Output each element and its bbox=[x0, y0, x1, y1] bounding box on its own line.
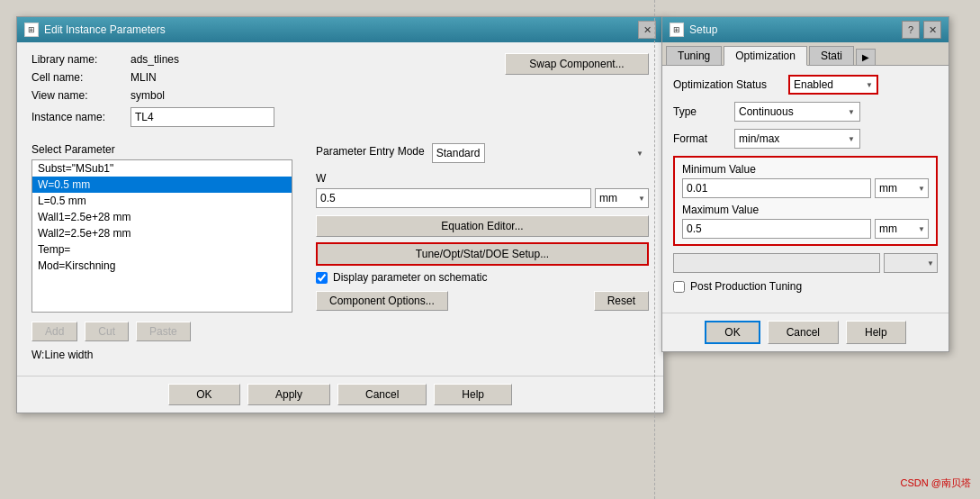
max-unit-wrapper: mm bbox=[875, 219, 929, 239]
reset-button[interactable]: Reset bbox=[594, 291, 649, 311]
tab-stati[interactable]: Stati bbox=[809, 46, 854, 65]
type-row: Type Continuous bbox=[673, 102, 938, 122]
setup-title: Setup bbox=[689, 23, 717, 36]
swap-component-button[interactable]: Swap Component... bbox=[505, 53, 649, 75]
edit-dialog-icon: ⊞ bbox=[24, 23, 39, 37]
post-prod-row: Post Production Tuning bbox=[673, 280, 938, 293]
param-value-row: mm bbox=[316, 188, 649, 208]
post-prod-label: Post Production Tuning bbox=[690, 280, 802, 293]
setup-cancel-button[interactable]: Cancel bbox=[768, 321, 839, 344]
cancel-button[interactable]: Cancel bbox=[337, 384, 427, 405]
setup-dialog: ⊞ Setup ? ✕ Tuning Optimization Stati ▶ … bbox=[661, 16, 949, 352]
view-label: View name: bbox=[31, 89, 130, 102]
display-checkbox-row: Display parameter on schematic bbox=[316, 271, 649, 284]
setup-close-button[interactable]: ✕ bbox=[923, 21, 941, 39]
cell-row: Cell name: MLIN bbox=[31, 71, 274, 84]
list-item[interactable]: Temp= bbox=[32, 241, 292, 258]
library-row: Library name: ads_tlines bbox=[31, 53, 274, 66]
cell-value: MLIN bbox=[130, 71, 157, 84]
type-select[interactable]: Continuous bbox=[734, 102, 860, 122]
paste-button[interactable]: Paste bbox=[136, 322, 191, 341]
watermark: CSDN @南贝塔 bbox=[901, 476, 971, 490]
cell-label: Cell name: bbox=[31, 71, 130, 84]
list-item[interactable]: Mod=Kirschning bbox=[32, 258, 292, 274]
library-label: Library name: bbox=[31, 53, 130, 66]
edit-instance-dialog: ⊞ Edit Instance Parameters ✕ Library nam… bbox=[16, 16, 664, 413]
setup-bottom-buttons: OK Cancel Help bbox=[662, 313, 949, 351]
post-prod-checkbox[interactable] bbox=[673, 281, 685, 293]
setup-help-button[interactable]: ? bbox=[902, 21, 920, 39]
setup-titlebar: ⊞ Setup ? ✕ bbox=[662, 17, 949, 42]
step-unit-wrapper bbox=[884, 253, 938, 273]
unit-wrapper: mm bbox=[595, 188, 649, 208]
vertical-divider bbox=[654, 0, 655, 499]
setup-ok-button[interactable]: OK bbox=[705, 321, 760, 344]
max-value-label: Maximum Value bbox=[682, 204, 929, 216]
setup-icon: ⊞ bbox=[670, 23, 684, 37]
tab-scroll-arrow[interactable]: ▶ bbox=[856, 49, 876, 65]
max-value-row: mm bbox=[682, 219, 929, 239]
cut-button[interactable]: Cut bbox=[85, 322, 129, 341]
help-button[interactable]: Help bbox=[434, 384, 512, 405]
tab-optimization[interactable]: Optimization bbox=[724, 46, 807, 66]
step-row bbox=[673, 253, 938, 273]
opt-status-select-wrapper: Enabled Disabled bbox=[788, 75, 878, 95]
setup-tabs: Tuning Optimization Stati ▶ bbox=[662, 42, 949, 66]
add-button[interactable]: Add bbox=[31, 322, 77, 341]
edit-dialog-titlebar: ⊞ Edit Instance Parameters ✕ bbox=[17, 17, 663, 42]
type-label: Type bbox=[673, 105, 727, 118]
format-select-wrapper: min/max bbox=[734, 129, 860, 149]
apply-button[interactable]: Apply bbox=[247, 384, 330, 405]
equation-editor-button[interactable]: Equation Editor... bbox=[316, 215, 649, 237]
step-unit-select[interactable] bbox=[884, 253, 938, 273]
entry-mode-select[interactable]: Standard bbox=[432, 143, 485, 163]
max-unit-select[interactable]: mm bbox=[875, 219, 929, 239]
display-checkbox[interactable] bbox=[316, 272, 328, 284]
setup-body: Optimization Status Enabled Disabled Typ… bbox=[662, 66, 949, 313]
max-value-input[interactable] bbox=[682, 219, 871, 239]
library-info: Library name: ads_tlines Cell name: MLIN… bbox=[31, 53, 274, 132]
list-item[interactable]: W=0.5 mm bbox=[32, 177, 292, 193]
min-value-input[interactable] bbox=[682, 178, 871, 198]
type-select-wrapper: Continuous bbox=[734, 102, 860, 122]
select-param-label: Select Parameter bbox=[31, 143, 301, 156]
min-value-label: Minimum Value bbox=[682, 163, 929, 176]
instance-row: Instance name: bbox=[31, 107, 274, 127]
param-name-display: W bbox=[316, 172, 649, 185]
instance-input[interactable] bbox=[130, 107, 274, 127]
entry-mode-row: Parameter Entry Mode Standard bbox=[316, 143, 649, 163]
list-item[interactable]: Wall2=2.5e+28 mm bbox=[32, 225, 292, 241]
list-item[interactable]: L=0.5 mm bbox=[32, 193, 292, 209]
parameter-list[interactable]: Subst="MSub1" W=0.5 mm L=0.5 mm Wall1=2.… bbox=[31, 159, 292, 313]
bottom-buttons: OK Apply Cancel Help bbox=[17, 376, 663, 413]
instance-label: Instance name: bbox=[31, 111, 130, 123]
format-label: Format bbox=[673, 132, 727, 145]
comp-options-row: Component Options... Reset bbox=[316, 291, 649, 311]
edit-dialog-close[interactable]: ✕ bbox=[638, 21, 656, 39]
min-value-row: mm bbox=[682, 178, 929, 198]
param-entry-section: Parameter Entry Mode Standard W mm bbox=[316, 143, 649, 313]
component-options-button[interactable]: Component Options... bbox=[316, 291, 448, 311]
param-value-input[interactable] bbox=[316, 188, 591, 208]
info-section: Library name: ads_tlines Cell name: MLIN… bbox=[31, 53, 649, 132]
select-parameter-section: Select Parameter Subst="MSub1" W=0.5 mm … bbox=[31, 143, 301, 313]
entry-mode-select-wrapper: Standard bbox=[432, 143, 649, 163]
opt-status-label: Optimization Status bbox=[673, 78, 781, 91]
setup-help-btn[interactable]: Help bbox=[846, 321, 906, 344]
list-item[interactable]: Wall1=2.5e+28 mm bbox=[32, 209, 292, 225]
format-select[interactable]: min/max bbox=[734, 129, 860, 149]
library-value: ads_tlines bbox=[130, 53, 179, 66]
list-item[interactable]: Subst="MSub1" bbox=[32, 160, 292, 177]
min-unit-select[interactable]: mm bbox=[875, 178, 929, 198]
tune-opt-stat-doe-button[interactable]: Tune/Opt/Stat/DOE Setup... bbox=[316, 242, 649, 266]
unit-select[interactable]: mm bbox=[595, 188, 649, 208]
view-value: symbol bbox=[130, 89, 165, 102]
opt-status-row: Optimization Status Enabled Disabled bbox=[673, 75, 938, 95]
opt-status-select[interactable]: Enabled Disabled bbox=[788, 75, 878, 95]
add-cut-paste-row: Add Cut Paste bbox=[31, 322, 649, 341]
entry-mode-label: Parameter Entry Mode bbox=[316, 145, 425, 158]
edit-dialog-body: Library name: ads_tlines Cell name: MLIN… bbox=[17, 42, 663, 376]
ok-button[interactable]: OK bbox=[168, 384, 240, 405]
tab-tuning[interactable]: Tuning bbox=[666, 46, 722, 65]
step-input[interactable] bbox=[673, 253, 880, 273]
